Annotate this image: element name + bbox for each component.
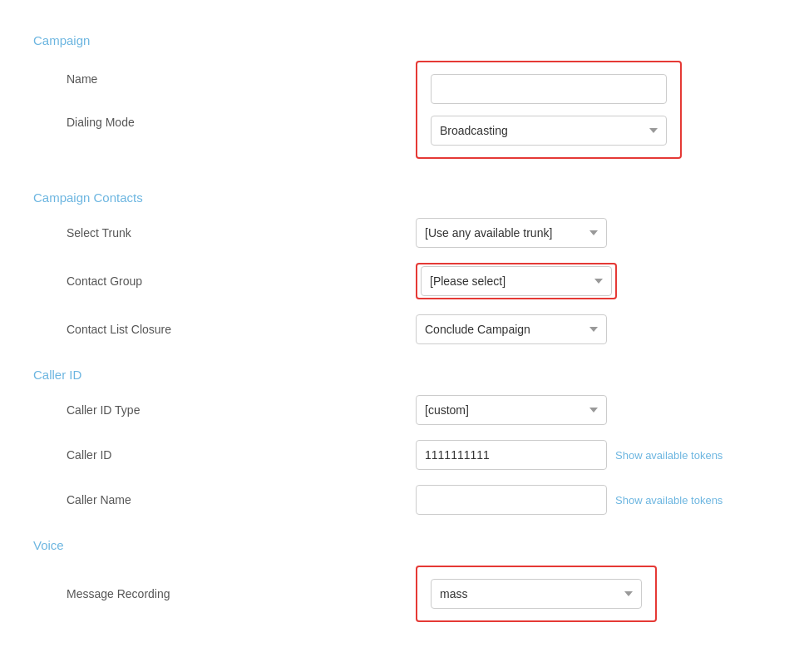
caller-name-input[interactable] — [416, 485, 607, 515]
name-label: Name — [67, 72, 97, 86]
campaign-contacts-section-title: Campaign Contacts — [33, 190, 766, 205]
caller-id-type-label: Caller ID Type — [33, 403, 416, 417]
caller-id-input[interactable] — [416, 440, 607, 470]
caller-id-show-tokens-link[interactable]: Show available tokens — [615, 449, 723, 462]
contact-group-select[interactable]: [Please select] Group 1 Group 2 — [421, 266, 612, 296]
select-trunk-label: Select Trunk — [33, 226, 416, 240]
name-input[interactable] — [431, 74, 667, 104]
caller-id-type-select[interactable]: [custom] Fixed Random — [416, 395, 607, 425]
voice-section-title: Voice — [33, 538, 766, 552]
campaign-section-title: Campaign — [33, 33, 766, 47]
dialing-mode-label: Dialing Mode — [67, 116, 135, 129]
contact-list-closure-label: Contact List Closure — [33, 323, 416, 336]
message-recording-label: Message Recording — [33, 587, 416, 600]
caller-name-show-tokens-link[interactable]: Show available tokens — [615, 494, 723, 506]
caller-name-label: Caller Name — [33, 493, 416, 506]
select-trunk-select[interactable]: [Use any available trunk] Trunk 1 Trunk … — [416, 218, 607, 248]
contact-group-label: Contact Group — [33, 274, 416, 288]
dialing-mode-select[interactable]: Broadcasting Predictive Progressive Prev… — [431, 116, 667, 146]
contact-list-closure-select[interactable]: Conclude Campaign Pause Campaign Restart… — [416, 314, 607, 344]
caller-id-section-title: Caller ID — [33, 368, 766, 382]
caller-id-label: Caller ID — [33, 448, 416, 462]
message-recording-select[interactable]: mass recording1 recording2 — [431, 579, 642, 609]
